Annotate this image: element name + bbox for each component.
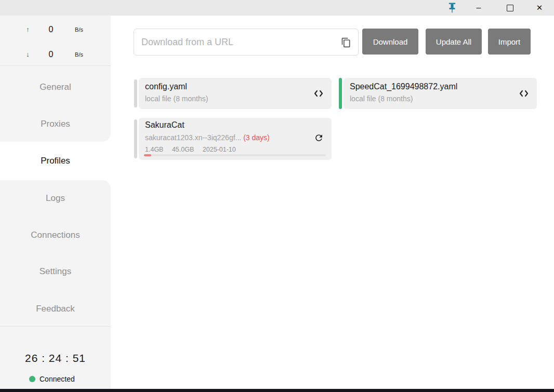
profile-card-config[interactable]: config.yaml local file (8 months) bbox=[139, 78, 332, 109]
code-brackets-icon[interactable] bbox=[314, 90, 323, 97]
maximize-icon bbox=[507, 5, 513, 11]
sidebar-item-proxies[interactable]: Proxies bbox=[0, 118, 111, 130]
profile-indicator bbox=[134, 79, 137, 107]
profile-card-sakuracat[interactable]: SakuraCat sakuracat1203.xn--3iq226gf... … bbox=[139, 118, 332, 160]
download-button[interactable]: Download bbox=[362, 29, 418, 55]
titlebar: – ✕ bbox=[0, 0, 554, 16]
minimize-icon: – bbox=[477, 3, 481, 12]
profile-name: SakuraCat bbox=[145, 120, 184, 130]
traffic-progress-fill bbox=[144, 154, 151, 156]
connection-status: Connected bbox=[0, 374, 111, 384]
traffic-progress-track bbox=[144, 154, 326, 156]
profile-indicator bbox=[134, 119, 137, 158]
import-button[interactable]: Import bbox=[488, 29, 531, 55]
uptime-timer: 26 : 24 : 51 bbox=[0, 351, 111, 366]
profile-meta: local file (8 months) bbox=[145, 94, 208, 103]
status-label: Connected bbox=[39, 374, 75, 384]
sidebar-item-feedback[interactable]: Feedback bbox=[0, 303, 111, 315]
upload-speed-row: ↑ 0 B/s bbox=[0, 24, 111, 35]
subscription-url: sakuracat1203.xn--3iq226gf... bbox=[145, 133, 241, 142]
sidebar-item-general[interactable]: General bbox=[0, 81, 111, 93]
app-window: – ✕ ↑ 0 B/s ↓ 0 B/s General Proxies Prof… bbox=[0, 0, 554, 392]
download-speed-row: ↓ 0 B/s bbox=[0, 49, 111, 60]
status-dot-icon bbox=[29, 376, 35, 382]
maximize-button[interactable] bbox=[500, 0, 520, 16]
upload-speed-value: 0 bbox=[42, 24, 60, 35]
pushpin-icon bbox=[447, 2, 457, 14]
taskbar-edge bbox=[0, 389, 554, 392]
url-input-container bbox=[134, 29, 359, 56]
traffic-stats: 1.4GB 45.0GB 2025-01-10 bbox=[145, 146, 243, 153]
profile-meta: local file (8 months) bbox=[350, 94, 413, 103]
profile-card-speedcat[interactable]: SpeedCat_1699498872.yaml local file (8 m… bbox=[344, 78, 537, 109]
minimize-button[interactable]: – bbox=[469, 0, 489, 16]
refresh-icon[interactable] bbox=[314, 133, 324, 143]
download-speed-unit: B/s bbox=[72, 49, 86, 60]
profile-indicator-active bbox=[339, 78, 342, 109]
upload-arrow-icon: ↑ bbox=[24, 24, 32, 35]
close-button[interactable]: ✕ bbox=[529, 0, 550, 16]
sidebar-item-profiles[interactable]: Profiles bbox=[0, 155, 111, 167]
sidebar-divider-top bbox=[0, 65, 111, 66]
upload-speed-unit: B/s bbox=[72, 24, 86, 35]
profile-name: SpeedCat_1699498872.yaml bbox=[350, 82, 457, 91]
sidebar-divider-bottom bbox=[0, 326, 111, 327]
profile-meta: sakuracat1203.xn--3iq226gf... (3 days) bbox=[145, 133, 270, 142]
url-input[interactable] bbox=[134, 29, 358, 55]
download-speed-value: 0 bbox=[42, 49, 60, 60]
updated-date: 2025-01-10 bbox=[203, 146, 236, 153]
code-brackets-icon[interactable] bbox=[519, 90, 529, 97]
pin-on-top-button[interactable] bbox=[443, 0, 461, 16]
profile-name: config.yaml bbox=[145, 82, 187, 91]
paste-from-clipboard-icon[interactable] bbox=[341, 37, 351, 48]
traffic-used: 1.4GB bbox=[145, 146, 163, 153]
sidebar-item-settings[interactable]: Settings bbox=[0, 265, 111, 278]
update-all-button[interactable]: Update All bbox=[426, 29, 482, 55]
close-icon: ✕ bbox=[536, 3, 543, 12]
expiry-badge: (3 days) bbox=[243, 133, 270, 142]
sidebar-item-connections[interactable]: Connections bbox=[0, 229, 111, 241]
traffic-total: 45.0GB bbox=[172, 146, 194, 153]
download-arrow-icon: ↓ bbox=[24, 49, 32, 60]
sidebar-item-logs[interactable]: Logs bbox=[0, 192, 111, 205]
